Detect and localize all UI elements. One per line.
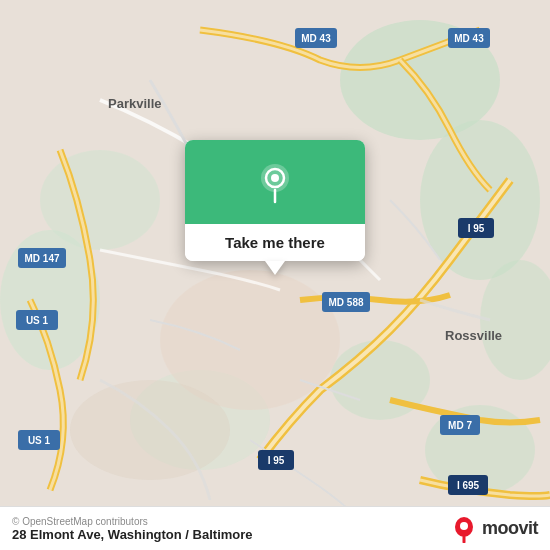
svg-text:I 95: I 95 (468, 223, 485, 234)
svg-text:MD 147: MD 147 (24, 253, 59, 264)
popup-header (185, 140, 365, 224)
svg-text:MD 588: MD 588 (328, 297, 363, 308)
osm-credit: © OpenStreetMap contributors (12, 516, 253, 527)
svg-text:Parkville: Parkville (108, 96, 162, 111)
location-popup[interactable]: Take me there (185, 140, 365, 261)
map-background: MD 43 MD 43 I 95 I 95 MD 147 MD 588 US 1… (0, 0, 550, 550)
svg-text:MD 43: MD 43 (301, 33, 331, 44)
svg-text:I 95: I 95 (268, 455, 285, 466)
svg-text:MD 43: MD 43 (454, 33, 484, 44)
svg-text:US 1: US 1 (26, 315, 49, 326)
moovit-pin-icon (450, 515, 478, 543)
svg-point-37 (460, 522, 468, 530)
svg-text:I 695: I 695 (457, 480, 480, 491)
svg-point-4 (40, 150, 160, 250)
address-text: 28 Elmont Ave, Washington / Baltimore (12, 527, 253, 542)
moovit-brand-text: moovit (482, 518, 538, 539)
pin-icon (253, 160, 297, 204)
moovit-logo: moovit (450, 515, 538, 543)
popup-arrow (265, 261, 285, 275)
svg-text:Rossville: Rossville (445, 328, 502, 343)
svg-point-35 (271, 174, 279, 182)
svg-text:US 1: US 1 (28, 435, 51, 446)
popup-body[interactable]: Take me there (185, 224, 365, 261)
svg-point-10 (70, 380, 230, 480)
map-container: MD 43 MD 43 I 95 I 95 MD 147 MD 588 US 1… (0, 0, 550, 550)
svg-text:MD 7: MD 7 (448, 420, 472, 431)
take-me-there-button[interactable]: Take me there (225, 234, 325, 251)
bottom-left: © OpenStreetMap contributors 28 Elmont A… (12, 516, 253, 542)
bottom-bar: © OpenStreetMap contributors 28 Elmont A… (0, 506, 550, 550)
